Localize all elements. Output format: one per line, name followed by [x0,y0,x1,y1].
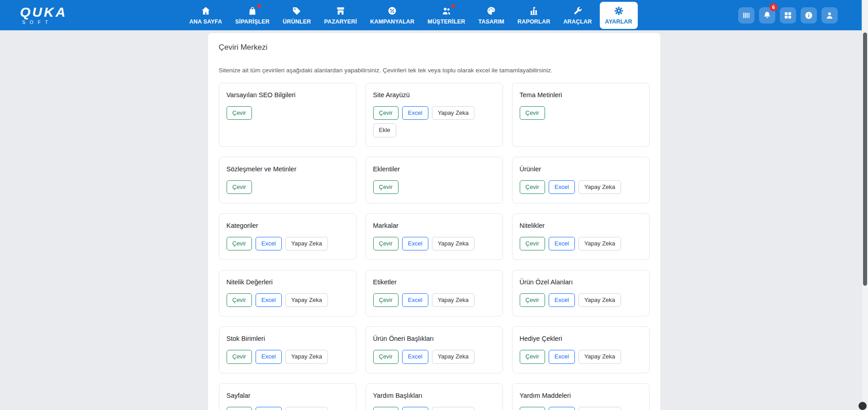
card-actions: ÇevirExcelYapay Zeka [373,350,495,363]
card-actions: ÇevirExcelYapay Zeka [520,407,642,410]
excel-button[interactable]: Excel [256,237,282,250]
notification-count-badge: 6 [769,3,778,11]
yapay-zeka-button[interactable]: Yapay Zeka [579,350,621,363]
card-title: Hediye Çekleri [520,335,642,342]
apps-icon [783,11,792,20]
cevir-button[interactable]: Çevir [520,407,545,410]
nav-item-label: PAZARYERİ [324,19,357,25]
cevir-button[interactable]: Çevir [520,293,545,307]
card-title: Etiketler [373,278,495,286]
yapay-zeka-button[interactable]: Yapay Zeka [579,407,621,410]
translation-card: Sözleşmeler ve MetinlerÇevir [219,157,356,203]
nav-item-pazaryeri[interactable]: PAZARYERİ [319,2,363,29]
yapay-zeka-button[interactable]: Yapay Zeka [432,293,474,307]
barcode-button[interactable] [738,7,754,24]
excel-button[interactable]: Excel [549,407,575,410]
excel-button[interactable]: Excel [256,293,282,307]
cevir-button[interactable]: Çevir [520,180,545,194]
card-title: Nitelik Değerleri [227,278,349,286]
notifications-button[interactable]: 6 [759,7,775,24]
excel-button[interactable]: Excel [256,350,282,363]
scrollbar-track[interactable] [862,0,868,410]
yapay-zeka-button[interactable]: Yapay Zeka [285,407,328,410]
alert-dot [451,4,455,8]
nav-item-musteriler[interactable]: MÜŞTERİLER [422,2,470,29]
card-title: Stok Birimleri [227,335,349,342]
nav-item-kampanyalar[interactable]: KAMPANYALAR [365,2,420,29]
excel-button[interactable]: Excel [402,407,428,410]
cevir-button[interactable]: Çevir [373,180,398,194]
brand-logo[interactable]: QUKA SOFT [20,5,67,25]
nav-item-label: SİPARİŞLER [235,19,270,25]
yapay-zeka-button[interactable]: Yapay Zeka [432,407,474,410]
excel-button[interactable]: Excel [402,106,428,120]
nav-item-ayarlar[interactable]: AYARLAR [600,2,638,29]
brand-subtitle: SOFT [20,20,67,25]
cevir-button[interactable]: Çevir [227,293,252,307]
translation-card: Yardım BaşlıklarıÇevirExcelYapay Zeka [365,383,503,410]
cevir-button[interactable]: Çevir [373,350,398,363]
yapay-zeka-button[interactable]: Yapay Zeka [579,180,621,194]
nav-item-tasarim[interactable]: TASARIM [473,2,510,29]
cevir-button[interactable]: Çevir [227,180,252,194]
nav-item-ana-sayfa[interactable]: ANA SAYFA [184,2,228,29]
translation-card: MarkalarÇevirExcelYapay Zeka [365,213,503,260]
reports-icon [529,6,539,16]
cevir-button[interactable]: Çevir [373,293,398,307]
card-actions: ÇevirExcelYapay ZekaEkle [373,106,495,137]
yapay-zeka-button[interactable]: Yapay Zeka [432,237,474,250]
yapay-zeka-button[interactable]: Yapay Zeka [432,350,474,363]
yapay-zeka-button[interactable]: Yapay Zeka [285,237,328,250]
excel-button[interactable]: Excel [549,293,575,307]
customers-icon [441,6,451,16]
yapay-zeka-button[interactable]: Yapay Zeka [432,106,474,120]
card-actions: ÇevirExcelYapay Zeka [373,237,495,250]
excel-button[interactable]: Excel [402,350,428,363]
cevir-button[interactable]: Çevir [373,407,398,410]
yapay-zeka-button[interactable]: Yapay Zeka [579,237,621,250]
excel-button[interactable]: Excel [402,237,428,250]
card-actions: ÇevirExcelYapay Zeka [520,237,642,250]
campaigns-icon [387,6,397,16]
nav-item-raporlar[interactable]: RAPORLAR [512,2,555,29]
cevir-button[interactable]: Çevir [373,106,398,120]
card-actions: ÇevirExcelYapay Zeka [227,237,349,250]
nav-item-urunler[interactable]: ÜRÜNLER [277,2,317,29]
topbar-actions: 6 [738,7,838,24]
card-title: Site Arayüzü [373,91,495,99]
cevir-button[interactable]: Çevir [227,106,252,120]
nav-item-label: RAPORLAR [517,19,550,25]
card-actions: ÇevirExcelYapay Zeka [520,180,642,194]
nav-item-label: TASARIM [479,19,504,25]
yapay-zeka-button[interactable]: Yapay Zeka [285,350,328,363]
info-button[interactable] [801,7,817,24]
cevir-button[interactable]: Çevir [520,106,545,120]
excel-button[interactable]: Excel [549,350,575,363]
nav-item-label: ANA SAYFA [190,19,222,25]
cevir-button[interactable]: Çevir [227,237,252,250]
excel-button[interactable]: Excel [402,293,428,307]
card-title: Kategoriler [227,222,349,229]
cevir-button[interactable]: Çevir [227,407,252,410]
cevir-button[interactable]: Çevir [520,237,545,250]
nav-item-siparisler[interactable]: SİPARİŞLER [230,2,275,29]
excel-button[interactable]: Excel [549,180,575,194]
yapay-zeka-button[interactable]: Yapay Zeka [285,293,328,307]
apps-button[interactable] [780,7,796,24]
cevir-button[interactable]: Çevir [227,350,252,363]
card-actions: ÇevirExcelYapay Zeka [227,407,349,410]
excel-button[interactable]: Excel [256,407,282,410]
cevir-button[interactable]: Çevir [520,350,545,363]
nav-item-araclar[interactable]: ARAÇLAR [558,2,597,29]
excel-button[interactable]: Excel [549,237,575,250]
card-actions: ÇevirExcelYapay Zeka [520,350,642,363]
page-description: Sitenize ait tüm çevirileri aşağıdaki al… [219,67,650,74]
ekle-button[interactable]: Ekle [373,123,396,137]
card-actions: ÇevirExcelYapay Zeka [227,293,349,307]
translation-card: Nitelik DeğerleriÇevirExcelYapay Zeka [219,270,356,316]
translation-card: Site ArayüzüÇevirExcelYapay ZekaEkle [365,83,503,147]
scrollbar-thumb[interactable] [863,33,867,286]
cevir-button[interactable]: Çevir [373,237,398,250]
yapay-zeka-button[interactable]: Yapay Zeka [579,293,621,307]
account-button[interactable] [821,7,838,24]
